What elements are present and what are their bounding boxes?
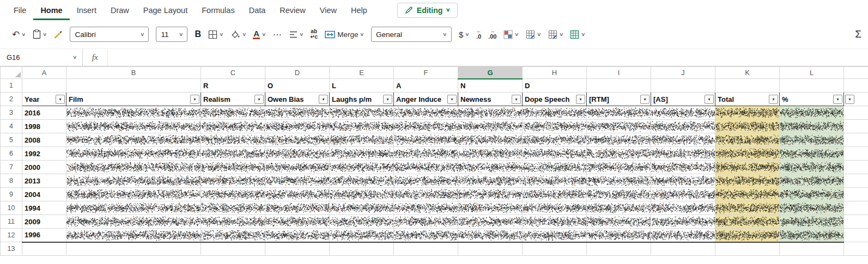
obscured-cell[interactable] bbox=[330, 106, 394, 120]
merge-button[interactable]: Merge ∨ bbox=[325, 30, 364, 39]
obscured-cell[interactable] bbox=[330, 174, 394, 188]
obscured-cell[interactable] bbox=[394, 229, 458, 242]
cell[interactable] bbox=[844, 106, 868, 120]
obscured-cell[interactable] bbox=[265, 120, 330, 133]
filter-button[interactable]: ▾ bbox=[845, 95, 854, 104]
col-header-c[interactable]: C bbox=[201, 67, 265, 79]
obscured-cell[interactable] bbox=[458, 201, 523, 215]
obscured-percent-cell[interactable] bbox=[780, 229, 844, 242]
format-as-table-button[interactable]: ∨ bbox=[526, 30, 541, 39]
cell-l1[interactable] bbox=[780, 79, 844, 93]
menu-page-layout[interactable]: Page Layout bbox=[136, 0, 195, 20]
filter-button[interactable]: ▾ bbox=[319, 95, 328, 104]
menu-file[interactable]: File bbox=[7, 0, 33, 20]
obscured-cell[interactable] bbox=[201, 106, 265, 120]
obscured-cell[interactable] bbox=[201, 161, 265, 174]
filter-button[interactable]: ▾ bbox=[705, 95, 714, 104]
year-cell[interactable]: 2013 bbox=[22, 174, 66, 188]
cell[interactable] bbox=[844, 147, 868, 161]
cell-d1-letter[interactable]: O bbox=[265, 79, 330, 93]
filter-button[interactable]: ▾ bbox=[190, 95, 199, 104]
obscured-total-cell[interactable] bbox=[715, 147, 780, 161]
obscured-cell[interactable] bbox=[523, 174, 587, 188]
obscured-cell[interactable] bbox=[201, 133, 265, 147]
editing-mode-button[interactable]: Editing ∨ bbox=[397, 3, 458, 18]
obscured-cell[interactable] bbox=[66, 106, 201, 120]
filter-button[interactable]: ▾ bbox=[56, 95, 65, 104]
borders-button[interactable]: ∨ bbox=[208, 30, 223, 39]
number-format-select[interactable]: General ∨ bbox=[371, 27, 452, 42]
obscured-cell[interactable] bbox=[201, 120, 265, 133]
obscured-cell[interactable] bbox=[330, 188, 394, 201]
row-header-1[interactable]: 1 bbox=[1, 79, 22, 93]
obscured-cell[interactable] bbox=[587, 133, 651, 147]
obscured-cell[interactable] bbox=[523, 161, 587, 174]
col-header-k[interactable]: K bbox=[715, 67, 780, 79]
menu-help[interactable]: Help bbox=[344, 0, 374, 20]
header-cell-owen-bias[interactable]: Owen Bias▾ bbox=[265, 93, 330, 106]
obscured-percent-cell[interactable] bbox=[780, 133, 844, 147]
obscured-cell[interactable] bbox=[66, 201, 201, 215]
obscured-cell[interactable] bbox=[523, 215, 587, 229]
obscured-cell[interactable] bbox=[330, 229, 394, 242]
format-painter-button[interactable] bbox=[53, 30, 63, 39]
obscured-percent-cell[interactable] bbox=[780, 120, 844, 133]
col-header-g-selected[interactable]: G bbox=[458, 67, 523, 79]
row-header-3[interactable]: 3 bbox=[1, 106, 22, 120]
obscured-cell[interactable] bbox=[651, 133, 715, 147]
year-cell[interactable]: 1996 bbox=[22, 229, 66, 242]
cell[interactable] bbox=[265, 242, 330, 256]
obscured-cell[interactable] bbox=[587, 106, 651, 120]
header-cell-as[interactable]: [AS]▾ bbox=[651, 93, 715, 106]
year-cell[interactable]: 1994 bbox=[22, 201, 66, 215]
col-header-e[interactable]: E bbox=[330, 67, 394, 79]
obscured-percent-cell[interactable] bbox=[780, 188, 844, 201]
obscured-total-cell[interactable] bbox=[715, 161, 780, 174]
col-header-f[interactable]: F bbox=[394, 67, 458, 79]
obscured-cell[interactable] bbox=[66, 161, 201, 174]
obscured-cell[interactable] bbox=[458, 161, 523, 174]
conditional-formatting-button[interactable]: ∨ bbox=[503, 30, 519, 39]
obscured-cell[interactable] bbox=[265, 147, 330, 161]
year-cell[interactable]: 1992 bbox=[22, 147, 66, 161]
formula-input[interactable] bbox=[108, 49, 868, 66]
more-font-options-button[interactable]: ⋯ bbox=[273, 29, 282, 40]
currency-format-button[interactable]: $ ∨ bbox=[459, 30, 469, 39]
obscured-cell[interactable] bbox=[330, 215, 394, 229]
col-header-h[interactable]: H bbox=[523, 67, 587, 79]
col-header-d[interactable]: D bbox=[265, 67, 330, 79]
year-cell[interactable]: 2016 bbox=[22, 106, 66, 120]
row-header-5[interactable]: 5 bbox=[1, 133, 22, 147]
obscured-cell[interactable] bbox=[66, 229, 201, 242]
col-header-i[interactable]: I bbox=[587, 67, 651, 79]
obscured-cell[interactable] bbox=[651, 188, 715, 201]
font-color-button[interactable]: A ∨ bbox=[253, 29, 265, 40]
cell[interactable] bbox=[201, 242, 265, 256]
obscured-percent-cell[interactable] bbox=[780, 147, 844, 161]
cell[interactable] bbox=[458, 242, 523, 256]
obscured-cell[interactable] bbox=[394, 201, 458, 215]
obscured-cell[interactable] bbox=[651, 229, 715, 242]
header-cell-year[interactable]: Year▾ bbox=[22, 93, 66, 106]
obscured-cell[interactable] bbox=[66, 215, 201, 229]
menu-data[interactable]: Data bbox=[242, 0, 273, 20]
cell[interactable] bbox=[523, 242, 587, 256]
obscured-cell[interactable] bbox=[394, 120, 458, 133]
obscured-cell[interactable] bbox=[651, 120, 715, 133]
obscured-cell[interactable] bbox=[651, 174, 715, 188]
obscured-total-cell[interactable] bbox=[715, 215, 780, 229]
cell-i1[interactable] bbox=[587, 79, 651, 93]
row-header-11[interactable]: 11 bbox=[1, 215, 22, 229]
menu-review[interactable]: Review bbox=[272, 0, 313, 20]
header-cell-realism[interactable]: Realism▾ bbox=[201, 93, 265, 106]
obscured-cell[interactable] bbox=[394, 133, 458, 147]
row-header-13[interactable]: 13 bbox=[1, 242, 22, 256]
cell-e1-letter[interactable]: L bbox=[330, 79, 394, 93]
font-name-select[interactable]: Calibri ∨ bbox=[70, 27, 149, 42]
obscured-cell[interactable] bbox=[330, 147, 394, 161]
filter-button[interactable]: ▾ bbox=[254, 95, 264, 104]
obscured-cell[interactable] bbox=[587, 215, 651, 229]
bold-button[interactable]: B bbox=[195, 29, 201, 39]
obscured-cell[interactable] bbox=[66, 174, 201, 188]
cell-m2[interactable]: ▾ bbox=[844, 93, 868, 106]
